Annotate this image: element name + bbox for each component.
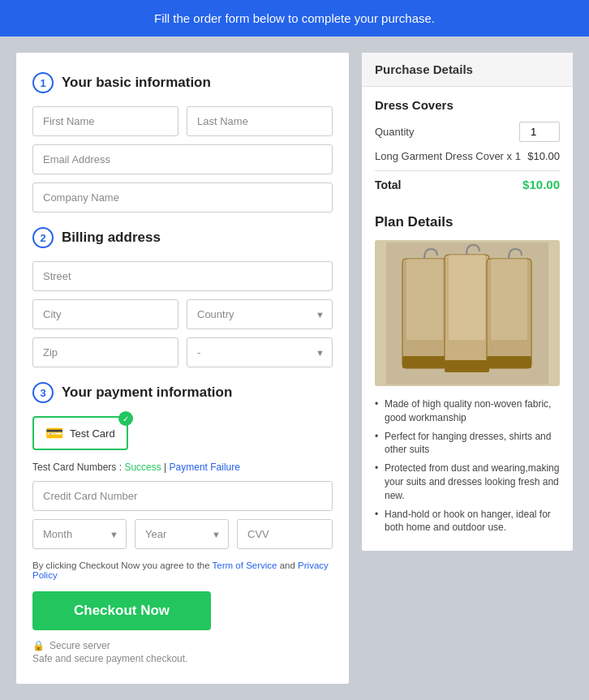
state-field: - ▼ xyxy=(187,337,333,367)
quantity-label: Quantity xyxy=(375,126,414,138)
section2-title: Billing address xyxy=(62,230,161,246)
card-option-label: Test Card xyxy=(70,427,115,440)
purchase-body: Dress Covers Quantity Long Garment Dress… xyxy=(362,87,573,203)
svg-rect-9 xyxy=(445,360,489,372)
terms-prefix: By clicking Checkout Now you agree to th… xyxy=(32,560,213,570)
svg-rect-11 xyxy=(491,259,527,340)
company-input[interactable] xyxy=(32,183,333,213)
year-field: Year 2024 2025 2026 2027 2028 ▼ xyxy=(135,519,229,549)
pipe-divider: | xyxy=(164,462,166,473)
country-field: Country ▼ xyxy=(187,299,333,329)
cc-number-input[interactable] xyxy=(32,481,333,511)
dress-covers-svg xyxy=(386,243,548,384)
street-input[interactable] xyxy=(32,261,333,291)
section3-header: 3 Your payment information xyxy=(32,382,333,403)
product-image xyxy=(375,240,560,386)
svg-rect-8 xyxy=(449,255,485,340)
product-title: Dress Covers xyxy=(375,98,560,112)
terms-and: and xyxy=(280,560,298,570)
city-field xyxy=(32,299,178,329)
section1-header: 1 Your basic information xyxy=(32,72,333,93)
section2-title-row: 2 Billing address xyxy=(32,227,333,248)
test-card-text: Test Card Numbers : xyxy=(32,462,122,473)
street-field xyxy=(32,261,333,291)
zip-input[interactable] xyxy=(32,337,178,367)
plan-details-title: Plan Details xyxy=(375,214,560,230)
main-content: 1 Your basic information xyxy=(0,37,589,700)
secure-label: Secure server xyxy=(49,640,110,651)
card-option[interactable]: 💳 Test Card ✓ xyxy=(32,416,128,450)
cvv-input[interactable] xyxy=(238,520,333,548)
total-label: Total xyxy=(375,178,401,191)
safe-text: Safe and secure payment checkout. xyxy=(32,653,333,664)
zip-state-row: - ▼ xyxy=(32,337,333,367)
email-field xyxy=(32,144,333,174)
top-banner: Fill the order form below to complete yo… xyxy=(0,0,589,37)
secure-server-row: 🔒 Secure server xyxy=(32,640,333,651)
quantity-row: Quantity xyxy=(375,122,560,142)
purchase-divider xyxy=(375,170,560,171)
svg-rect-12 xyxy=(487,356,531,368)
year-select[interactable]: Year 2024 2025 2026 2027 2028 xyxy=(135,519,229,549)
first-name-field xyxy=(32,106,178,136)
last-name-field xyxy=(187,106,333,136)
banner-text: Fill the order form below to complete yo… xyxy=(154,11,435,25)
section2-header: 2 Billing address xyxy=(32,227,333,248)
email-input[interactable] xyxy=(32,144,333,174)
svg-rect-6 xyxy=(402,356,447,368)
plan-details-section: Plan Details xyxy=(362,203,573,551)
company-field xyxy=(32,183,333,213)
cvv-wrapper xyxy=(237,519,333,549)
company-row xyxy=(32,183,333,213)
total-value: $10.00 xyxy=(522,178,560,191)
line-item-price: $10.00 xyxy=(527,150,560,162)
section1-number: 1 xyxy=(32,72,54,93)
feature-item: Perfect for hanging dresses, shirts and … xyxy=(375,430,560,457)
success-link[interactable]: Success xyxy=(124,462,161,473)
street-row xyxy=(32,261,333,291)
country-select[interactable]: Country xyxy=(187,299,333,329)
last-name-input[interactable] xyxy=(187,106,333,136)
svg-rect-5 xyxy=(406,259,443,340)
zip-field xyxy=(32,337,178,367)
line-item-row: Long Garment Dress Cover x 1 $10.00 xyxy=(375,150,560,162)
section1-title: Your basic information xyxy=(62,75,211,91)
feature-item: Hand-hold or hook on hanger, ideal for b… xyxy=(375,508,560,535)
left-panel: 1 Your basic information xyxy=(16,53,349,684)
section3-title-row: 3 Your payment information xyxy=(32,382,333,403)
city-country-row: Country ▼ xyxy=(32,299,333,329)
credit-card-icon: 💳 xyxy=(45,424,63,442)
section3-title: Your payment information xyxy=(62,384,232,401)
terms-row: By clicking Checkout Now you agree to th… xyxy=(32,560,333,580)
month-select[interactable]: Month 01 02 03 04 05 06 07 08 09 10 11 1… xyxy=(32,519,127,549)
section3-number: 3 xyxy=(32,382,54,403)
purchase-header: Purchase Details xyxy=(362,53,573,87)
total-row: Total $10.00 xyxy=(375,178,560,191)
city-input[interactable] xyxy=(32,299,178,329)
line-item-label: Long Garment Dress Cover x 1 xyxy=(375,150,521,162)
lock-icon: 🔒 xyxy=(32,640,45,651)
product-features: Made of high quality non-woven fabric, g… xyxy=(375,397,560,535)
failure-link[interactable]: Payment Failure xyxy=(170,462,240,473)
page-wrapper: Fill the order form below to complete yo… xyxy=(0,0,589,700)
terms-link[interactable]: Term of Service xyxy=(213,560,277,570)
name-row xyxy=(32,106,333,136)
right-panel: Purchase Details Dress Covers Quantity L… xyxy=(362,53,573,551)
email-row xyxy=(32,144,333,174)
state-select[interactable]: - xyxy=(187,337,333,367)
feature-item: Protected from dust and wearing,making y… xyxy=(375,462,560,502)
month-field: Month 01 02 03 04 05 06 07 08 09 10 11 1… xyxy=(32,519,127,549)
section2-number: 2 xyxy=(32,227,54,248)
feature-item: Made of high quality non-woven fabric, g… xyxy=(375,397,560,425)
first-name-input[interactable] xyxy=(32,106,178,136)
quantity-input[interactable] xyxy=(519,122,560,142)
test-card-info: Test Card Numbers : Success | Payment Fa… xyxy=(32,462,333,473)
checkout-button[interactable]: Checkout Now xyxy=(32,591,211,630)
expiry-row: Month 01 02 03 04 05 06 07 08 09 10 11 1… xyxy=(32,519,333,549)
card-check-icon: ✓ xyxy=(118,411,133,426)
